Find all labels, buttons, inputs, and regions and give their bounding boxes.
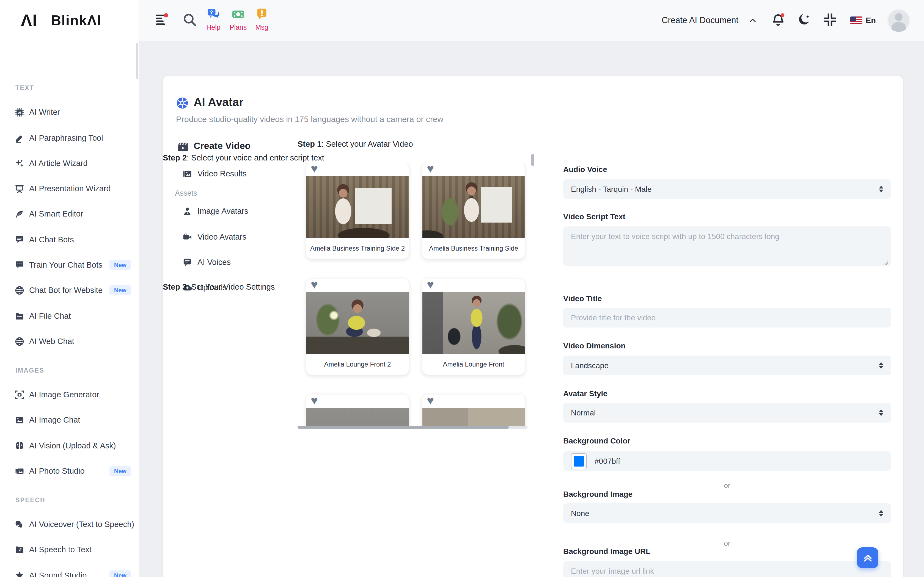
- sidebar-item-ai-paraphrasing-tool[interactable]: AI Paraphrasing Tool: [0, 125, 139, 151]
- pen-icon: [15, 133, 24, 143]
- avatar-video-card[interactable]: ♥ Amelia Business Training Side: [422, 163, 525, 259]
- sidebar-section-text: TEXT: [15, 85, 34, 91]
- avatar-video-list: ♥ Amelia Business Training Side 2 ♥ Amel…: [297, 163, 527, 426]
- brand-logo[interactable]: ΛI BlinkΛI: [0, 0, 139, 41]
- sidebar-item-ai-voiceover[interactable]: AI Voiceover (Text to Speech): [0, 512, 139, 537]
- create-ai-document-button[interactable]: Create AI Document: [662, 0, 738, 41]
- cards-horizontal-scrollbar[interactable]: [297, 426, 527, 429]
- sidebar-item-chat-bot-for-website[interactable]: Chat Bot for Website New: [0, 277, 139, 303]
- sidebar-item-ai-photo-studio[interactable]: AI Photo Studio New: [0, 458, 139, 484]
- favorite-heart-icon[interactable]: ♥: [311, 279, 318, 292]
- sidebar-item-ai-web-chat[interactable]: AI Web Chat: [0, 329, 139, 354]
- scroll-to-top-button[interactable]: [857, 547, 878, 568]
- avatar-style-select[interactable]: Normal: [563, 403, 891, 422]
- ai-avatar-panel: AI Avatar Produce studio-quality videos …: [163, 76, 903, 577]
- sidebar-item-ai-writer[interactable]: AI AI Writer: [0, 100, 139, 125]
- avatar-video-card[interactable]: ♥ Amelia Lounge Front 2: [306, 279, 409, 375]
- chevron-up-icon[interactable]: [748, 16, 757, 25]
- msg-button[interactable]: Msg: [250, 8, 274, 31]
- sidebar-item-ai-chat-bots[interactable]: AI Chat Bots: [0, 227, 139, 252]
- select-caret-icon: [879, 186, 883, 192]
- chevrons-up-icon: [862, 552, 873, 563]
- cards-vertical-scrollbar[interactable]: [531, 154, 534, 166]
- user-avatar[interactable]: [887, 9, 910, 32]
- avatar-video-thumbnail[interactable]: [306, 176, 409, 238]
- new-badge: New: [110, 260, 131, 270]
- voice-chat-icon: [183, 258, 192, 267]
- nav-ai-voices[interactable]: AI Voices: [163, 253, 231, 271]
- sidebar-item-ai-image-generator[interactable]: AI Image Generator: [0, 382, 139, 407]
- avatar-video-card[interactable]: ♥ Amelia Business Training Side 2: [306, 163, 409, 259]
- background-image-label: Background Image: [563, 490, 633, 498]
- avatar-video-thumbnail[interactable]: [422, 176, 525, 238]
- app-window: Create AI Document ? Help: [0, 0, 924, 577]
- background-color-field[interactable]: #007bff: [563, 451, 891, 471]
- compress-fullscreen-icon[interactable]: [823, 13, 837, 27]
- sidebar-item-ai-image-chat[interactable]: AI Image Chat: [0, 407, 139, 432]
- avatar-video-thumbnail[interactable]: [306, 292, 409, 354]
- favorite-heart-icon[interactable]: ♥: [427, 163, 434, 176]
- avatar-video-thumbnail[interactable]: [422, 292, 525, 354]
- assets-section-label: Assets: [175, 189, 197, 197]
- sidebar-item-ai-sound-studio[interactable]: AI Sound Studio New: [0, 563, 139, 577]
- nav-video-results[interactable]: Video Results: [163, 165, 246, 182]
- avatar-video-card[interactable]: ♥: [306, 395, 409, 426]
- sidebar-item-ai-speech-to-text[interactable]: AI Speech to Text: [0, 537, 139, 562]
- color-swatch[interactable]: [571, 453, 587, 469]
- us-flag-icon[interactable]: [850, 16, 863, 24]
- help-button[interactable]: ? Help: [201, 8, 226, 31]
- sidebar-item-ai-smart-editor[interactable]: AI Smart Editor: [0, 201, 139, 226]
- notifications-bell-icon[interactable]: [771, 13, 785, 27]
- sidebar-section-images: IMAGES: [15, 367, 44, 374]
- new-badge: New: [110, 466, 131, 476]
- sidebar-item-ai-file-chat[interactable]: AI File Chat: [0, 303, 139, 329]
- video-script-textarea[interactable]: [563, 226, 891, 266]
- avatar-video-title: Amelia Business Training Side 2: [306, 238, 409, 259]
- video-dimension-select[interactable]: Landscape: [563, 356, 891, 376]
- background-image-url-label: Background Image URL: [563, 547, 650, 556]
- background-color-label: Background Color: [563, 436, 630, 445]
- avatar-style-label: Avatar Style: [563, 389, 607, 398]
- audio-voice-select[interactable]: English - Tarquin - Male: [563, 179, 891, 199]
- avatar-video-card[interactable]: ♥ Amelia Lounge Front: [422, 279, 525, 375]
- sidebar: TEXT IMAGES SPEECH CODE AI AI Writer AI …: [0, 41, 139, 577]
- sidebar-item-ai-presentation-wizard[interactable]: AI Presentation Wizard: [0, 176, 139, 201]
- camera-frame-icon: [15, 390, 24, 399]
- avatar-video-thumbnail[interactable]: [422, 408, 525, 426]
- nav-image-avatars[interactable]: Image Avatars: [163, 202, 248, 220]
- dark-mode-moon-icon[interactable]: [797, 13, 811, 27]
- person-icon: [183, 206, 192, 216]
- ai-chip-icon: AI: [15, 108, 24, 117]
- plans-button[interactable]: Plans: [226, 8, 250, 31]
- favorite-heart-icon[interactable]: ♥: [311, 395, 318, 408]
- folder-icon: [15, 311, 24, 321]
- avatar-video-card[interactable]: ♥: [422, 395, 525, 426]
- logo-wordmark: BlinkΛI: [51, 12, 101, 29]
- sidebar-item-ai-vision[interactable]: AI Vision (Upload & Ask): [0, 433, 139, 458]
- help-label: Help: [201, 24, 226, 31]
- main-content: AI Avatar Produce studio-quality videos …: [139, 41, 924, 577]
- select-caret-icon: [879, 362, 883, 369]
- star-icon: [15, 571, 24, 577]
- background-image-select[interactable]: None: [563, 503, 891, 523]
- search-icon[interactable]: [183, 13, 197, 27]
- sidebar-scrollbar[interactable]: [136, 43, 138, 79]
- video-title-input[interactable]: [563, 308, 891, 327]
- favorite-heart-icon[interactable]: ♥: [427, 279, 434, 292]
- avatar-video-title: Amelia Lounge Front: [422, 354, 525, 375]
- feather-icon: [15, 209, 24, 218]
- background-image-url-input[interactable]: [563, 561, 891, 577]
- video-dimension-label: Video Dimension: [563, 341, 626, 350]
- favorite-heart-icon[interactable]: ♥: [311, 163, 318, 176]
- menu-icon[interactable]: [155, 13, 170, 27]
- chat-training-icon: [15, 260, 24, 269]
- favorite-heart-icon[interactable]: ♥: [427, 395, 434, 408]
- sidebar-section-speech: SPEECH: [15, 497, 45, 503]
- avatar-video-thumbnail[interactable]: [306, 408, 409, 426]
- sidebar-item-ai-article-wizard[interactable]: AI Article Wizard: [0, 151, 139, 176]
- nav-video-avatars[interactable]: Video Avatars: [163, 228, 246, 246]
- plans-label: Plans: [226, 24, 250, 31]
- or-separator: or: [563, 481, 891, 490]
- sidebar-item-train-your-chat-bots[interactable]: Train Your Chat Bots New: [0, 252, 139, 277]
- language-selector[interactable]: En: [866, 0, 876, 41]
